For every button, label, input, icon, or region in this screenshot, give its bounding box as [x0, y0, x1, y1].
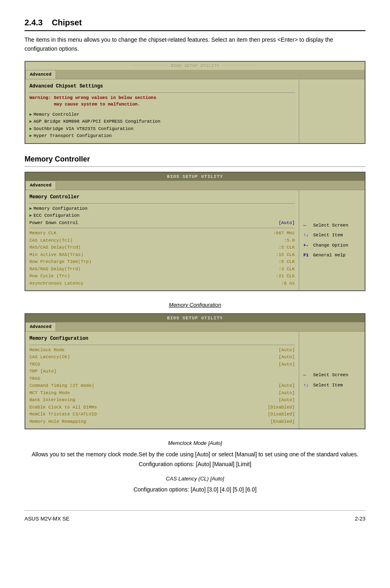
section-number: 2.4.3: [25, 18, 43, 27]
key-help-1: ↑↓ Select Item: [303, 232, 361, 239]
bios-section-title-3: Memory Configuration: [29, 335, 295, 342]
param-row-0: Memory CLK :667 MHz: [29, 230, 295, 237]
bios-tab-row-3: Advanced: [25, 322, 365, 332]
section-title: Chipset: [52, 18, 82, 27]
setting-row-3[interactable]: TRP [Auto]: [29, 368, 295, 375]
key-help-s0: ↔ Select Screen: [303, 372, 361, 379]
memclock-desc: Allows you to set the memory clock mode.…: [25, 450, 365, 469]
memory-controller-heading: Memory Controller: [25, 154, 365, 167]
key-help-0: ↔ Select Screen: [303, 222, 361, 229]
bios-sidebar-3: ↔ Select Screen ↑↓ Select Item: [299, 332, 365, 429]
menu-arrow-0: ►: [29, 112, 32, 118]
bios-sidebar-1: [299, 79, 365, 143]
bios-section-title-1: Advanced Chipset Settings: [29, 83, 295, 90]
param-row-1: CAS Latency(Tcl) :5.0: [29, 237, 295, 244]
bios-tab-row-2: Advanced: [25, 181, 365, 190]
bios-screen-memory-controller: BIOS SETUP UTILITY Advanced Memory Contr…: [25, 172, 365, 292]
key-help-3: F1 General Help: [303, 252, 361, 259]
setting-row-4[interactable]: TRAS: [29, 375, 295, 382]
bios-screen-memory-config: BIOS SETUP UTILITY Advanced Memory Confi…: [25, 313, 365, 430]
mc-arrow-0: ►: [29, 206, 32, 212]
menu-arrow-1: ►: [29, 119, 32, 125]
param-row-6: Row Cycle (Trc) :21 CLK: [29, 273, 295, 280]
param-row-4: Row Precharge Time(Trp) :5 CLK: [29, 258, 295, 265]
power-down-value: [Auto]: [278, 220, 295, 227]
setting-row-9[interactable]: MemClk Tristate C3/ATLVID [Disabled]: [29, 411, 295, 418]
bios-sidebar-2: ↔ Select Screen ↑↓ Select Item +- Change…: [299, 190, 365, 291]
bios-section-title-2: Memory Controller: [29, 193, 295, 201]
footer-right: 2-23: [355, 515, 365, 523]
setting-row-2[interactable]: TRCD [Auto]: [29, 361, 295, 368]
setting-row-0[interactable]: Memclock Mode [Auto]: [29, 347, 295, 354]
footer-left: ASUS M2V-MX SE: [25, 515, 69, 523]
power-down-row[interactable]: Power Down Control [Auto]: [29, 220, 295, 227]
setting-row-1[interactable]: CAS Latency(CK) [Auto]: [29, 354, 295, 361]
setting-row-6[interactable]: MCT Timing Mode [Auto]: [29, 390, 295, 397]
bios-body-2: Memory Controller ► Memory Configuration…: [25, 190, 365, 291]
bios-menu-item-1[interactable]: ► AGP Bridge K8M890 AGP/PCI EXPRESS Cong…: [29, 118, 295, 125]
bios-top-bar-3: BIOS SETUP UTILITY: [25, 314, 365, 323]
cas-latency-config: Configuration options: [Auto] [3.0] [4.0…: [25, 485, 365, 494]
bios-tab-row-1: Advanced: [25, 70, 365, 79]
intro-text: The items in this menu allows you to cha…: [25, 35, 365, 54]
bios-mc-item-1[interactable]: ► ECC Configuration: [29, 212, 295, 219]
menu-arrow-3: ►: [29, 133, 32, 139]
setting-row-5[interactable]: Command Timing (2T mode) [Auto]: [29, 382, 295, 389]
power-down-label: Power Down Control: [29, 220, 78, 227]
bios-main-2: Memory Controller ► Memory Configuration…: [25, 190, 299, 291]
bios-menu-item-2[interactable]: ► Southbridge VIA VT8237S Configuration: [29, 126, 295, 132]
param-row-7: Asynchronous Latency :6 ns: [29, 280, 295, 287]
memclock-desc-label: Memclock Mode [Auto]: [25, 439, 365, 447]
bios-body-3: Memory Configuration Memclock Mode [Auto…: [25, 332, 365, 429]
key-help-s1: ↑↓ Select Item: [303, 382, 361, 389]
bios-top-bar-2: BIOS SETUP UTILITY: [25, 173, 365, 181]
menu-arrow-2: ►: [29, 126, 32, 132]
bios-menu-item-3[interactable]: ► Hyper Transport Configuration: [29, 132, 295, 139]
subsection-label: Memory Configuration: [25, 301, 365, 309]
bios-tab-advanced-1[interactable]: Advanced: [25, 70, 56, 79]
bios-mc-item-0[interactable]: ► Memory Configuration: [29, 205, 295, 212]
bios-body-1: Advanced Chipset Settings Warning: Setti…: [25, 79, 365, 143]
bios-tab-advanced-3[interactable]: Advanced: [25, 322, 56, 331]
bios-warning: Warning: Setting wrong values in below s…: [29, 94, 295, 108]
bios-screen-chipset: ───────────── BIOS SETUP UTILITY ───────…: [25, 61, 365, 144]
key-help-2: +- Change Option: [303, 242, 361, 249]
param-row-2: RAS/CAS Delay(Trcd) :5 CLK: [29, 244, 295, 251]
setting-row-10[interactable]: Memory Hole Remapping [Enabled]: [29, 418, 295, 425]
mc-arrow-1: ►: [29, 213, 32, 219]
bios-tab-advanced-2[interactable]: Advanced: [25, 181, 56, 190]
section-heading: 2.4.3 Chipset: [25, 16, 365, 31]
bios-menu-item-0[interactable]: ► Memory Controller: [29, 111, 295, 118]
setting-row-8[interactable]: Enable Clock to All DIMMs [Disabled]: [29, 404, 295, 411]
param-row-5: RAS/RAS Delay(Trrd) :3 CLK: [29, 266, 295, 273]
bios-main-3: Memory Configuration Memclock Mode [Auto…: [25, 332, 299, 429]
param-row-3: Min Active RAS(Tras) :15 CLK: [29, 251, 295, 258]
bios-top-bar-1: ───────────── BIOS SETUP UTILITY ───────…: [25, 62, 365, 70]
setting-row-7[interactable]: Bank Interleaving [Auto]: [29, 397, 295, 404]
cas-latency-label: CAS Latency (CL) [Auto]: [25, 475, 365, 483]
bios-main-1: Advanced Chipset Settings Warning: Setti…: [25, 79, 299, 143]
